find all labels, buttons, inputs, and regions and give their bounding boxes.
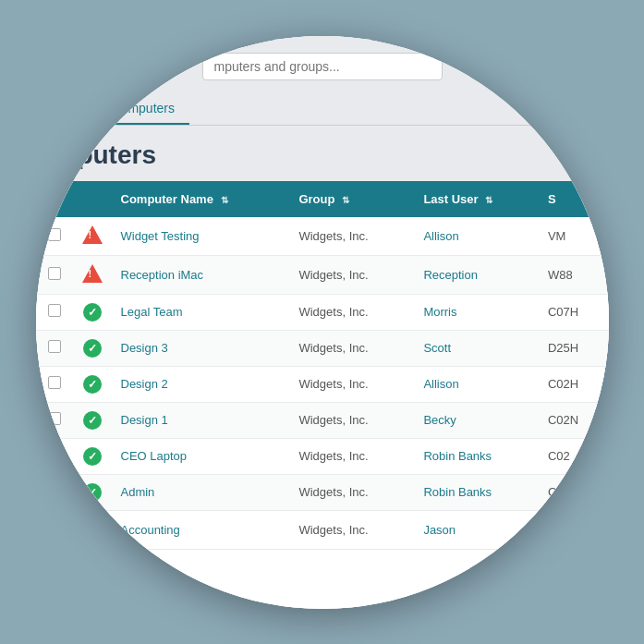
row-serial [539, 510, 609, 549]
computer-name-link[interactable]: Admin [121, 485, 155, 499]
row-last-user[interactable]: Jason [414, 510, 539, 549]
row-checkbox-cell [36, 474, 73, 510]
row-status-cell: ✓ [73, 294, 112, 330]
row-checkbox[interactable] [48, 304, 61, 317]
status-ok-icon: ✓ [83, 411, 102, 430]
table-body: Widget TestingWidgets, Inc.AllisonVMRece… [36, 217, 609, 550]
row-group: Widgets, Inc. [289, 474, 414, 510]
row-computer-name[interactable]: Admin [112, 474, 290, 510]
row-last-user[interactable]: Morris [414, 294, 539, 330]
row-group: Widgets, Inc. [289, 294, 414, 330]
group-sort-icon: ⇅ [342, 195, 349, 205]
row-serial: C02N [539, 402, 609, 438]
row-computer-name[interactable]: Design 3 [112, 330, 290, 366]
search-area [36, 36, 609, 93]
table-row: Widget TestingWidgets, Inc.AllisonVM [36, 217, 609, 256]
status-ok-icon: ✓ [83, 303, 102, 322]
tab-list[interactable]: ist [55, 93, 97, 125]
row-last-user[interactable]: Allison [414, 366, 539, 402]
tabs-area: ist Computers [36, 93, 609, 126]
header-last-user[interactable]: Last User ⇅ [414, 181, 539, 217]
computer-name-link[interactable]: Widget Testing [121, 229, 200, 243]
row-serial: C07H [539, 294, 609, 330]
row-computer-name[interactable]: Reception iMac [112, 255, 290, 294]
row-computer-name[interactable]: Design 1 [112, 402, 290, 438]
table-row: Reception iMacWidgets, Inc.ReceptionW88 [36, 255, 609, 294]
row-checkbox[interactable] [48, 267, 61, 280]
row-serial: W88 [539, 255, 609, 294]
row-checkbox-cell [36, 294, 73, 330]
row-status-cell [73, 510, 112, 549]
row-group: Widgets, Inc. [289, 330, 414, 366]
row-checkbox-cell [36, 330, 73, 366]
table-row: ✓Legal TeamWidgets, Inc.MorrisC07H [36, 294, 609, 330]
sort-icon: ⇅ [221, 195, 228, 205]
row-computer-name[interactable]: Widget Testing [112, 217, 290, 256]
header-status-col [73, 181, 112, 217]
row-computer-name[interactable]: Legal Team [112, 294, 290, 330]
computer-name-link[interactable]: CEO Laptop [121, 449, 188, 463]
row-group: Widgets, Inc. [289, 255, 414, 294]
header-checkbox-col[interactable] [36, 181, 73, 217]
computer-name-link[interactable]: Design 2 [121, 377, 168, 391]
row-last-user[interactable]: Becky [414, 402, 539, 438]
row-computer-name[interactable]: Accounting [112, 510, 290, 549]
row-status-cell: ✓ [73, 366, 112, 402]
status-ok-icon: ✓ [83, 339, 102, 358]
status-warning-icon [82, 519, 103, 538]
row-checkbox-cell [36, 217, 73, 256]
row-serial: C [539, 474, 609, 510]
row-checkbox[interactable] [48, 340, 61, 353]
row-computer-name[interactable]: CEO Laptop [112, 438, 290, 474]
row-checkbox-cell [36, 438, 73, 474]
table-header-row: Computer Name ⇅ Group ⇅ Last User ⇅ S [36, 181, 609, 217]
last-user-sort-icon: ⇅ [485, 195, 492, 205]
row-status-cell: ✓ [73, 474, 112, 510]
row-status-cell: ✓ [73, 402, 112, 438]
row-serial: C02H [539, 366, 609, 402]
row-last-user[interactable]: Robin Banks [414, 438, 539, 474]
row-serial: D25H [539, 330, 609, 366]
table-row: ✓Design 1Widgets, Inc.BeckyC02N [36, 402, 609, 438]
row-checkbox-cell [36, 366, 73, 402]
row-last-user[interactable]: Allison [414, 217, 539, 256]
status-ok-icon: ✓ [83, 375, 102, 394]
row-checkbox[interactable] [48, 484, 61, 497]
row-group: Widgets, Inc. [289, 438, 414, 474]
row-computer-name[interactable]: Design 2 [112, 366, 290, 402]
app-window: ist Computers mputers Com [36, 36, 609, 609]
table-row: ✓Design 3Widgets, Inc.ScottD25H [36, 330, 609, 366]
table-row: AccountingWidgets, Inc.Jason [36, 510, 609, 549]
row-checkbox-cell [36, 510, 73, 549]
computer-name-link[interactable]: Reception iMac [121, 268, 204, 282]
tab-computers[interactable]: Computers [97, 93, 189, 125]
row-last-user[interactable]: Reception [414, 255, 539, 294]
row-group: Widgets, Inc. [289, 217, 414, 256]
search-input[interactable] [214, 59, 431, 74]
computer-name-link[interactable]: Design 3 [121, 341, 168, 355]
table-row: ✓CEO LaptopWidgets, Inc.Robin BanksC02 [36, 438, 609, 474]
table-row: ✓Design 2Widgets, Inc.AllisonC02H [36, 366, 609, 402]
row-checkbox[interactable] [48, 522, 61, 535]
computer-name-link[interactable]: Accounting [121, 523, 180, 537]
computer-name-link[interactable]: Design 1 [121, 413, 168, 427]
search-wrapper[interactable] [202, 53, 443, 80]
row-status-cell [73, 217, 112, 256]
page-title-area: mputers [36, 126, 609, 181]
row-status-cell: ✓ [73, 330, 112, 366]
row-checkbox[interactable] [48, 376, 61, 389]
header-computer-name[interactable]: Computer Name ⇅ [112, 181, 290, 217]
header-group[interactable]: Group ⇅ [289, 181, 414, 217]
main-circle: ist Computers mputers Com [36, 36, 609, 609]
select-all-checkbox[interactable] [48, 191, 61, 204]
computer-name-link[interactable]: Legal Team [121, 305, 183, 319]
header-serial: S [539, 181, 609, 217]
row-checkbox[interactable] [48, 448, 61, 461]
row-checkbox[interactable] [48, 412, 61, 425]
page-title: mputers [55, 140, 590, 170]
row-last-user[interactable]: Scott [414, 330, 539, 366]
row-last-user[interactable]: Robin Banks [414, 474, 539, 510]
row-checkbox-cell [36, 402, 73, 438]
row-checkbox[interactable] [48, 228, 61, 241]
row-status-cell [73, 255, 112, 294]
